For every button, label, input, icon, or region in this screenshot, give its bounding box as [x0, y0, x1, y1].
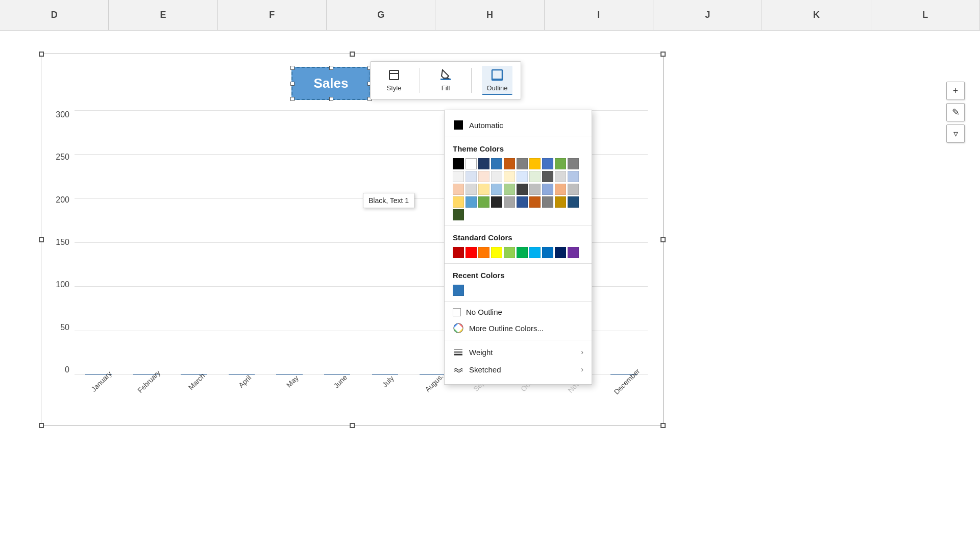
weight-row[interactable]: Weight ›	[445, 343, 592, 361]
filter-button[interactable]: ▿	[946, 124, 965, 143]
divider-1	[445, 137, 592, 137]
color-swatch-darkgreen[interactable]	[453, 209, 464, 220]
col-l: L	[871, 0, 980, 30]
weight-icon	[453, 346, 464, 358]
std-color-darkblue[interactable]	[555, 247, 566, 258]
std-color-blue[interactable]	[542, 247, 553, 258]
color-swatch-silver2[interactable]	[568, 184, 579, 195]
color-swatch-salmon[interactable]	[555, 184, 566, 195]
y-label-200: 200	[56, 195, 72, 205]
color-swatch-midgray[interactable]	[504, 196, 515, 208]
title-handle-tm[interactable]	[329, 66, 333, 70]
pencil-icon: ✎	[952, 107, 960, 118]
x-label-jul: July	[380, 374, 395, 389]
color-swatch-silver[interactable]	[529, 184, 541, 195]
color-swatch-burnorange[interactable]	[529, 196, 541, 208]
color-swatch-darkgray[interactable]	[542, 171, 553, 182]
color-swatch-peach[interactable]	[453, 184, 464, 195]
title-handle-bl[interactable]	[290, 97, 295, 101]
handle-tr[interactable]	[660, 52, 666, 57]
divider-5	[445, 340, 592, 340]
color-swatch-silvergray[interactable]	[555, 171, 566, 182]
color-swatch-yellow[interactable]	[453, 196, 464, 208]
outline-button[interactable]: Outline	[482, 66, 512, 95]
color-swatch-lightgray[interactable]	[453, 171, 464, 182]
std-color-cyan[interactable]	[529, 247, 541, 258]
color-swatch-lightgray2[interactable]	[491, 171, 502, 182]
chart-title-box[interactable]: Sales	[291, 67, 371, 100]
recent-color-row	[445, 283, 592, 298]
handle-tm[interactable]	[350, 52, 355, 57]
color-swatch-blue[interactable]	[491, 158, 502, 169]
color-swatch-silvergray2[interactable]	[465, 184, 477, 195]
style-label: Style	[387, 84, 402, 92]
std-color-darkred[interactable]	[453, 247, 464, 258]
edit-button[interactable]: ✎	[946, 103, 965, 121]
color-swatch-lightyellow[interactable]	[504, 171, 515, 182]
handle-mr[interactable]	[660, 237, 666, 242]
std-color-green[interactable]	[517, 247, 528, 258]
add-element-button[interactable]: +	[946, 82, 965, 100]
color-swatch-medblue[interactable]	[542, 158, 553, 169]
sheet-area: Sales 300 250 200 150 100 50 0	[0, 31, 980, 551]
color-swatch-lightgreen[interactable]	[529, 171, 541, 182]
color-swatch-lightblue1[interactable]	[465, 171, 477, 182]
color-swatch-white[interactable]	[465, 158, 477, 169]
handle-bl[interactable]	[39, 423, 44, 428]
color-swatch-gray2[interactable]	[542, 196, 553, 208]
color-swatch-orange[interactable]	[504, 158, 515, 169]
color-swatch-lightorange[interactable]	[478, 171, 489, 182]
style-icon	[387, 68, 401, 82]
color-swatch-lightyellow2[interactable]	[478, 184, 489, 195]
color-swatch-green[interactable]	[555, 158, 566, 169]
more-outline-colors-row[interactable]: More Outline Colors...	[445, 319, 592, 337]
sketched-row[interactable]: Sketched ›	[445, 361, 592, 378]
col-h: H	[435, 0, 544, 30]
color-swatch-navyblue[interactable]	[517, 196, 528, 208]
color-swatch-nearblack[interactable]	[491, 196, 502, 208]
recent-color-blue[interactable]	[453, 285, 464, 296]
automatic-row[interactable]: Automatic	[445, 116, 592, 134]
std-color-yellow[interactable]	[491, 247, 502, 258]
color-swatch-black[interactable]	[453, 158, 464, 169]
color-swatch-darkblue[interactable]	[478, 158, 489, 169]
std-color-purple[interactable]	[568, 247, 579, 258]
std-color-orange[interactable]	[478, 247, 489, 258]
color-swatch-medgray[interactable]	[568, 158, 579, 169]
color-wheel-icon	[453, 322, 464, 334]
fill-button[interactable]: Fill	[430, 66, 461, 95]
color-swatch-gray[interactable]	[517, 158, 528, 169]
std-color-red[interactable]	[465, 247, 477, 258]
color-swatch-darknavy[interactable]	[568, 196, 579, 208]
color-swatch-cornflower[interactable]	[542, 184, 553, 195]
color-swatch-lightgreen2[interactable]	[504, 184, 515, 195]
color-swatch-cornblue[interactable]	[465, 196, 477, 208]
sketched-label: Sketched	[469, 365, 581, 374]
no-outline-label: No Outline	[466, 308, 502, 316]
std-color-lime[interactable]	[504, 247, 515, 258]
x-group-jan: January	[75, 374, 122, 425]
separator-1	[420, 68, 420, 93]
color-swatch-darkyellow[interactable]	[555, 196, 566, 208]
x-label-may: May	[285, 374, 300, 389]
handle-tl[interactable]	[39, 52, 44, 57]
col-k: K	[762, 0, 871, 30]
standard-color-row	[445, 245, 592, 260]
weight-label: Weight	[469, 348, 581, 357]
style-button[interactable]: Style	[379, 66, 409, 95]
title-handle-ml[interactable]	[290, 82, 295, 86]
color-swatch-olive[interactable]	[478, 196, 489, 208]
color-swatch-periwinkle[interactable]	[568, 171, 579, 182]
handle-br[interactable]	[660, 423, 666, 428]
title-handle-tl[interactable]	[290, 66, 295, 70]
standard-colors-title: Standard Colors	[445, 229, 592, 245]
handle-ml[interactable]	[39, 237, 44, 242]
color-swatch-charcoal[interactable]	[517, 184, 528, 195]
right-buttons: + ✎ ▿	[946, 82, 965, 143]
no-outline-checkbox[interactable]	[453, 308, 461, 316]
color-swatch-gold[interactable]	[529, 158, 541, 169]
title-handle-bm[interactable]	[329, 97, 333, 101]
color-swatch-skyblue[interactable]	[491, 184, 502, 195]
color-swatch-lightblue2[interactable]	[517, 171, 528, 182]
no-outline-row[interactable]: No Outline	[445, 305, 592, 319]
